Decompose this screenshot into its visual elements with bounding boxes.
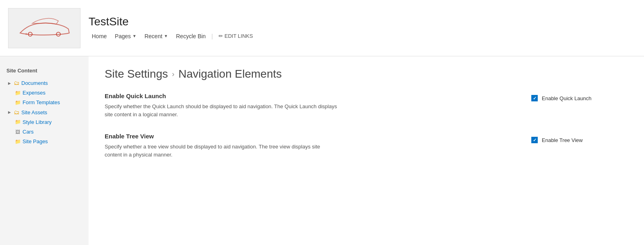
controls-area: Enable Quick Launch Enable Tree View [515,56,644,245]
expand-icon: ▶ [8,81,11,86]
sidebar-item-documents[interactable]: ▶ 🗂 Documents [6,78,82,88]
tree-view-control: Enable Tree View [531,137,628,143]
sidebar-heading: Site Content [6,68,82,74]
content-area: Site Settings › Navigation Elements Enab… [89,56,515,245]
sidebar: Site Content ▶ 🗂 Documents 📁 Expenses 📁 … [0,56,89,245]
nav-pages[interactable]: Pages ▼ [111,31,140,41]
main-layout: Site Content ▶ 🗂 Documents 📁 Expenses 📁 … [0,56,644,245]
nav-recent[interactable]: Recent ▼ [141,31,171,41]
sidebar-item-form-templates[interactable]: 📁 Form Templates [6,98,82,107]
nav-bar: Home Pages ▼ Recent ▼ Recycle Bin | ✏ ED… [89,31,256,41]
section-quick-launch: Enable Quick Launch Specify whether the … [105,93,499,118]
site-logo [8,8,80,48]
folder-icon: 📁 [14,119,21,126]
quick-launch-checkbox-label: Enable Quick Launch [542,95,592,101]
folder-icon: 📁 [14,90,21,96]
page-title: Site Settings [105,68,168,80]
sidebar-item-cars[interactable]: 🖼 Cars [6,127,82,137]
breadcrumb-separator: › [172,70,174,78]
nav-recycle-bin[interactable]: Recycle Bin [173,31,209,41]
section-tree-view-description: Specify whether a tree view should be di… [105,143,338,159]
nav-separator: | [211,33,214,39]
folder-icon: 📁 [14,138,21,145]
tree-view-checkbox-label: Enable Tree View [542,137,583,143]
recent-chevron-icon: ▼ [164,34,168,38]
section-tree-view: Enable Tree View Specify whether a tree … [105,133,499,159]
nav-home[interactable]: Home [89,31,110,41]
folder-icon: 🗂 [13,80,20,86]
folder-icon: 🗂 [13,109,20,116]
page-heading: Site Settings › Navigation Elements [105,68,499,80]
edit-links-button[interactable]: ✏ EDIT LINKS [215,31,256,41]
site-title: TestSite [89,15,256,28]
sidebar-item-style-library[interactable]: 📁 Style Library [6,117,82,127]
site-title-area: TestSite Home Pages ▼ Recent ▼ Recycle B… [89,15,256,41]
pencil-icon: ✏ [219,33,223,39]
pages-chevron-icon: ▼ [132,34,136,38]
sidebar-item-expenses[interactable]: 📁 Expenses [6,88,82,98]
image-icon: 🖼 [14,129,21,135]
page-subtitle: Navigation Elements [178,68,282,80]
section-quick-launch-title: Enable Quick Launch [105,93,499,99]
folder-icon: 📁 [14,99,21,106]
sidebar-item-site-pages[interactable]: 📁 Site Pages [6,137,82,146]
section-tree-view-title: Enable Tree View [105,133,499,140]
sidebar-item-site-assets[interactable]: ▶ 🗂 Site Assets [6,108,82,117]
quick-launch-control: Enable Quick Launch [531,95,628,101]
quick-launch-checkbox[interactable] [531,95,538,101]
header: TestSite Home Pages ▼ Recent ▼ Recycle B… [0,0,644,56]
expand-icon: ▶ [8,110,11,115]
tree-view-checkbox[interactable] [531,137,538,143]
section-quick-launch-description: Specify whether the Quick Launch should … [105,103,338,118]
